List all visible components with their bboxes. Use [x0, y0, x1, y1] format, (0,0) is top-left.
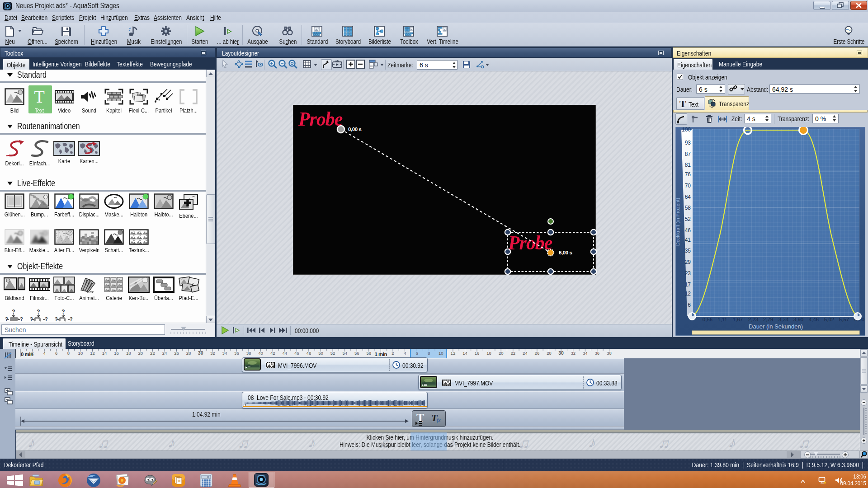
svg-text:?: ?: [37, 309, 40, 315]
svg-text:38: 38: [246, 351, 251, 356]
svg-text:17: 17: [685, 282, 691, 288]
svg-text:52: 52: [330, 351, 335, 356]
svg-text:32: 32: [210, 351, 215, 356]
svg-text:50: 50: [318, 351, 323, 356]
svg-text:24: 24: [523, 351, 528, 356]
svg-text:36: 36: [234, 351, 239, 356]
svg-text:T: T: [34, 88, 44, 105]
svg-text:20: 20: [138, 351, 143, 356]
svg-text:3,90: 3,90: [793, 317, 803, 322]
svg-text:32: 32: [571, 351, 576, 356]
svg-text:0,56: 0,56: [703, 317, 712, 322]
svg-text:12: 12: [685, 291, 691, 297]
svg-text:40: 40: [258, 351, 263, 356]
svg-text:26: 26: [535, 351, 540, 356]
svg-text:52: 52: [685, 216, 691, 222]
svg-text:2: 2: [392, 351, 394, 356]
svg-text:22: 22: [511, 351, 516, 356]
svg-text:46: 46: [294, 351, 299, 356]
svg-text:5,57: 5,57: [839, 317, 849, 322]
svg-text:?: ?: [45, 316, 48, 322]
svg-text:?: ?: [70, 316, 73, 322]
svg-text:26: 26: [174, 351, 179, 356]
svg-text:1,11: 1,11: [717, 317, 727, 322]
svg-text:28: 28: [547, 351, 552, 356]
svg-text:5,02: 5,02: [824, 317, 834, 322]
svg-text:1 min: 1 min: [374, 352, 387, 357]
svg-text:58: 58: [685, 205, 691, 211]
svg-text:20: 20: [499, 351, 504, 356]
svg-text:?: ?: [61, 309, 65, 315]
svg-text:34: 34: [583, 351, 588, 356]
svg-text:12: 12: [90, 351, 95, 356]
svg-text:41: 41: [685, 237, 691, 243]
svg-text:6: 6: [415, 351, 418, 356]
svg-text:3,34: 3,34: [778, 317, 789, 322]
svg-text:70: 70: [685, 183, 691, 189]
svg-text:6: 6: [55, 351, 57, 356]
svg-text:24: 24: [162, 351, 167, 356]
svg-text:29: 29: [685, 259, 691, 265]
svg-text:34: 34: [222, 351, 227, 356]
svg-text:♪: ♪: [27, 433, 38, 450]
svg-text:16: 16: [475, 351, 480, 356]
svg-text:12: 12: [451, 351, 456, 356]
svg-text:?: ?: [5, 316, 8, 322]
svg-text:4: 4: [404, 351, 406, 356]
svg-text:16: 16: [114, 351, 119, 356]
svg-text:35: 35: [685, 248, 691, 254]
svg-text:46: 46: [685, 227, 691, 234]
svg-text:14: 14: [102, 351, 107, 356]
svg-text:4,46: 4,46: [809, 317, 819, 322]
svg-text:10: 10: [439, 351, 443, 356]
svg-text:Deckkraft (in Prozent): Deckkraft (in Prozent): [675, 198, 680, 246]
svg-text:?: ?: [20, 316, 23, 322]
svg-text:93: 93: [685, 140, 691, 146]
svg-text:58: 58: [367, 351, 372, 356]
svg-text:2: 2: [31, 351, 33, 356]
svg-text:87: 87: [685, 151, 691, 157]
svg-text:8: 8: [67, 351, 70, 356]
svg-text:42: 42: [270, 351, 275, 356]
svg-text:2,23: 2,23: [748, 317, 758, 322]
svg-text:?: ?: [55, 316, 58, 322]
svg-text:14: 14: [462, 351, 467, 356]
svg-text:Dauer (in Sekunden): Dauer (in Sekunden): [749, 323, 803, 330]
svg-text:22: 22: [150, 351, 155, 356]
svg-text:36: 36: [595, 351, 600, 356]
svg-text:38: 38: [607, 351, 612, 356]
svg-text:100: 100: [682, 127, 691, 133]
svg-text:6: 6: [688, 302, 691, 308]
svg-text:?: ?: [12, 309, 15, 315]
svg-text:?: ?: [30, 316, 33, 322]
svg-text:56: 56: [354, 351, 359, 356]
svg-text:♫: ♫: [797, 433, 812, 450]
svg-text:81: 81: [685, 162, 691, 168]
svg-text:18: 18: [126, 351, 131, 356]
svg-text:30: 30: [198, 350, 203, 356]
svg-text:48: 48: [307, 351, 311, 356]
svg-text:10: 10: [78, 351, 83, 356]
svg-text:30: 30: [558, 350, 564, 356]
svg-text:8: 8: [428, 351, 430, 356]
svg-text:18: 18: [486, 351, 491, 356]
svg-text:1,67: 1,67: [733, 317, 743, 322]
svg-text:76: 76: [685, 171, 691, 178]
svg-text:64: 64: [685, 194, 691, 200]
svg-text:28: 28: [186, 351, 191, 356]
svg-text:2,79: 2,79: [763, 317, 773, 322]
svg-text:54: 54: [342, 351, 347, 356]
svg-text:0: 0: [207, 475, 209, 479]
svg-text:4: 4: [43, 351, 46, 356]
svg-text:44: 44: [283, 351, 288, 356]
svg-text:23: 23: [685, 270, 691, 277]
